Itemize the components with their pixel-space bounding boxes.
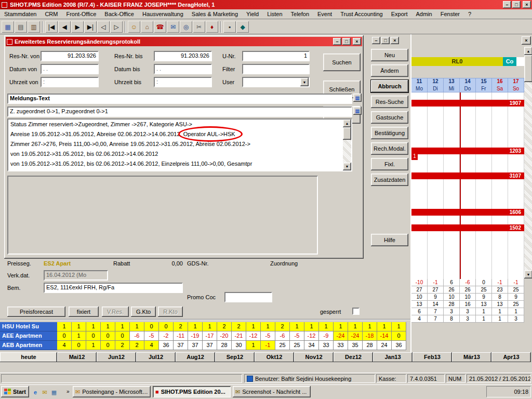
menu-yield[interactable]: Yield: [242, 9, 263, 19]
list-scroll-up-icon[interactable]: ▲: [343, 119, 351, 127]
reservation-bar-2[interactable]: 1203: [411, 148, 524, 154]
res-nr-von-input[interactable]: 91.203.926: [41, 51, 99, 61]
task-screenshot-nachricht[interactable]: ✉Screenshot - Nachricht ...: [233, 386, 311, 397]
tab-feb13[interactable]: Feb13: [413, 352, 452, 362]
scroll-down-icon[interactable]: ▼: [524, 270, 532, 278]
table-cell[interactable]: -24: [348, 331, 363, 341]
reservation-bar-4[interactable]: 1606: [411, 209, 524, 216]
uhrzeit-von-input[interactable]: :: [41, 77, 99, 87]
search-icon[interactable]: ◎: [180, 21, 192, 33]
rech-modal-button[interactable]: Rech.Modal.: [371, 142, 408, 155]
settings-icon[interactable]: ◆: [236, 21, 249, 33]
start-button[interactable]: Start: [1, 386, 29, 397]
tab-apr13[interactable]: Apr13: [491, 352, 531, 362]
table-cell[interactable]: -9: [319, 331, 334, 341]
table-cell[interactable]: 1: [392, 322, 406, 331]
task-sihot-pms-edition-20[interactable]: ■SIHOT.PMS Edition 20...: [153, 386, 231, 397]
menu-telefon[interactable]: Telefon: [287, 9, 313, 19]
table-cell[interactable]: 0: [72, 341, 86, 350]
datum-bis-input[interactable]: . .: [154, 64, 212, 74]
table-cell[interactable]: 30: [232, 341, 246, 350]
table-cell[interactable]: 0: [101, 341, 115, 350]
table-cell[interactable]: 1: [246, 322, 261, 331]
preisforecast-button[interactable]: Preisforecast: [7, 307, 65, 317]
table-cell[interactable]: 0: [86, 331, 101, 341]
table-cell[interactable]: -18: [363, 331, 377, 341]
table-cell[interactable]: 37: [203, 341, 217, 350]
tab-jul12[interactable]: Jul12: [136, 352, 176, 362]
table-cell[interactable]: 28: [217, 341, 232, 350]
phone-icon[interactable]: ☎: [154, 21, 166, 33]
table-cell[interactable]: 0: [144, 322, 159, 331]
tab-m-r13[interactable]: Mär13: [452, 352, 491, 362]
table-cell[interactable]: 4: [57, 341, 72, 350]
table-cell[interactable]: -24: [334, 331, 348, 341]
menu-crm[interactable]: CRM: [41, 9, 62, 19]
menu-hausverwaltung[interactable]: Hausverwaltung: [138, 9, 188, 19]
row-header-hsu-hotel-su[interactable]: HSU Hotel Su: [0, 322, 57, 331]
table-cell[interactable]: 1: [246, 341, 261, 350]
taskbar-clock[interactable]: 09:18: [514, 389, 528, 395]
table-cell[interactable]: 0: [392, 331, 406, 341]
menu-stammdaten[interactable]: Stammdaten: [0, 9, 41, 19]
zusatzdaten-button[interactable]: Zusatzdaten: [371, 174, 408, 186]
gastsuche-button[interactable]: Gastsuche: [371, 111, 408, 124]
res-suche-button[interactable]: Res-Suche: [371, 96, 408, 108]
table-cell[interactable]: 25: [290, 341, 304, 350]
protocol-list-row-1[interactable]: Status Zimmer reserviert->Zugeordnet, Zi…: [8, 119, 342, 129]
cut-icon[interactable]: ✂: [193, 21, 205, 33]
table-cell[interactable]: 0: [101, 331, 115, 341]
best-tigung-button[interactable]: Bestätigung: [371, 127, 408, 139]
neu-button[interactable]: Neu: [371, 49, 408, 61]
table-cell[interactable]: 2: [217, 322, 232, 331]
prev-page-icon[interactable]: ◁: [97, 21, 110, 33]
room-icon[interactable]: ⌂: [141, 21, 153, 33]
table-cell[interactable]: 2: [174, 322, 188, 331]
tab-sep12[interactable]: Sep12: [215, 352, 255, 362]
table-cell[interactable]: 2: [275, 322, 290, 331]
table-cell[interactable]: 28: [363, 341, 377, 350]
list-scrollbar-thumb[interactable]: [343, 127, 351, 140]
table-cell[interactable]: 0: [115, 331, 130, 341]
column-config-icon-2[interactable]: ▦: [353, 107, 362, 115]
table-cell[interactable]: 34: [304, 341, 319, 350]
table-cell[interactable]: 1: [72, 331, 86, 341]
table-cell[interactable]: 1: [101, 322, 115, 331]
ndern-button[interactable]: Ändern: [371, 64, 408, 77]
scrollbar-thumb[interactable]: [524, 55, 532, 82]
reservation-bar-3[interactable]: 3107: [411, 172, 524, 179]
table-cell[interactable]: 1: [377, 322, 392, 331]
table-cell[interactable]: -5: [144, 331, 159, 341]
table-cell[interactable]: 1: [188, 322, 203, 331]
table-cell[interactable]: 37: [174, 341, 188, 350]
tab-nov12[interactable]: Nov12: [294, 352, 334, 362]
table-cell[interactable]: 1: [348, 322, 363, 331]
task-posteingang-microsoft[interactable]: ✉Posteingang - Microsoft ...: [73, 386, 151, 397]
fixl-button[interactable]: Fixl.: [371, 158, 408, 170]
suchen-button[interactable]: Suchen: [323, 54, 361, 71]
next-record-icon[interactable]: ▶: [71, 21, 84, 33]
tab-okt12[interactable]: Okt12: [255, 352, 294, 362]
protocol-list-row-2[interactable]: Anreise 19.05.2012->31.05.2012, Abreise …: [8, 129, 342, 139]
scroll-up-icon[interactable]: ▲: [524, 47, 532, 55]
tab-heute[interactable]: heute: [0, 352, 57, 362]
gesperrt-checkbox[interactable]: [352, 308, 360, 315]
table-cell[interactable]: 25: [275, 341, 290, 350]
tab-mai12[interactable]: Mai12: [57, 352, 97, 362]
table-cell[interactable]: 2: [130, 341, 144, 350]
outlook-icon[interactable]: ✉: [41, 388, 49, 396]
menu-trust-accounting[interactable]: Trust Accounting: [336, 9, 387, 19]
table-cell[interactable]: 37: [188, 341, 203, 350]
res-nr-bis-input[interactable]: 91.203.926: [154, 51, 212, 61]
tab-jan13[interactable]: Jan13: [373, 352, 413, 362]
roomplan-icon[interactable]: ▦: [2, 21, 14, 33]
table-cell[interactable]: 0: [57, 331, 72, 341]
protocol-list-row-3[interactable]: Zimmer 267->276, Preis 111,00->0,00, Anr…: [8, 139, 342, 149]
table-cell[interactable]: 0: [159, 322, 174, 331]
first-record-icon[interactable]: |◀: [45, 21, 58, 33]
u-nr-input[interactable]: 1: [242, 51, 310, 61]
table-cell[interactable]: -6: [130, 331, 144, 341]
table-cell[interactable]: -12: [304, 331, 319, 341]
protocol-list-row-4[interactable]: von 19.05.2012->31.05.2012, bis 02.06.20…: [8, 149, 342, 159]
datum-von-input[interactable]: . .: [41, 64, 99, 74]
